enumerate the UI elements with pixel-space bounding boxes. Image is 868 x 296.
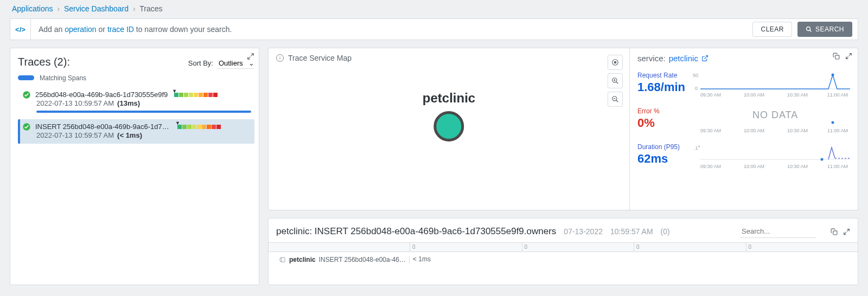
code-icon: </> — [10, 19, 31, 40]
svg-text:NO DATA: NO DATA — [752, 110, 798, 120]
svg-text:0: 0 — [695, 86, 698, 91]
copy-icon[interactable] — [833, 53, 840, 60]
stat-value: 62ms — [637, 152, 688, 166]
clear-button[interactable]: CLEAR — [752, 22, 792, 37]
svg-point-32 — [821, 158, 824, 161]
service-map[interactable]: i Trace Service Map petclinic — [269, 48, 630, 210]
svg-point-0 — [806, 27, 810, 31]
search-bar: </> Add an operation or trace ID to narr… — [10, 18, 858, 40]
svg-rect-37 — [833, 230, 837, 234]
duration-chart[interactable]: .1s 09:30 AM 10:00 AM 10:30 AM 11:00 AM — [693, 143, 850, 170]
hint-operation-link[interactable]: operation — [65, 25, 96, 34]
svg-text:10:00 AM: 10:00 AM — [744, 128, 764, 133]
breadcrumb-sep: › — [133, 4, 136, 13]
trace-sparkline: ▼ — [177, 125, 221, 129]
sort-by-label: Sort By: — [188, 59, 213, 67]
svg-text:10:00 AM: 10:00 AM — [744, 164, 764, 169]
check-circle-icon — [22, 91, 31, 99]
svg-text:09:30 AM: 09:30 AM — [700, 92, 721, 98]
hint-text: to narrow down your search. — [134, 25, 232, 34]
stats-service-name[interactable]: petclinic — [669, 54, 698, 63]
svg-rect-39 — [280, 259, 282, 261]
svg-text:10:00 AM: 10:00 AM — [744, 92, 764, 98]
span-duration: < 1ms — [413, 255, 431, 263]
external-link-icon[interactable] — [701, 55, 709, 62]
svg-rect-13 — [835, 55, 839, 59]
recenter-button[interactable] — [608, 55, 623, 70]
svg-text:10:30 AM: 10:30 AM — [787, 92, 808, 98]
svg-text:10:30 AM: 10:30 AM — [787, 128, 808, 133]
hint-text: Add an — [39, 25, 65, 34]
info-icon[interactable]: i — [276, 54, 284, 62]
svg-text:09:30 AM: 09:30 AM — [700, 128, 721, 133]
check-circle-icon — [22, 123, 31, 131]
timeline-count: (0) — [661, 227, 670, 236]
stat-caption: Request Rate — [637, 72, 688, 79]
trace-item[interactable]: 256bd048-e00a-469b-9ac6-1d730555e9f9 ▼ 2… — [18, 87, 254, 117]
span-icon — [279, 256, 286, 263]
zoom-in-button[interactable] — [608, 73, 623, 88]
stat-value: 0% — [637, 116, 688, 130]
search-button-label: SEARCH — [815, 25, 844, 33]
svg-text:11:00 AM: 11:00 AM — [827, 164, 848, 169]
service-node-label: petclinic — [423, 91, 475, 106]
timeline-time: 10:59:57 AM — [610, 227, 653, 236]
search-button[interactable]: SEARCH — [797, 22, 852, 37]
trace-id: 256bd048-e00a-469b-9ac6-1d730555e9f9 — [35, 91, 168, 99]
svg-text:11:00 AM: 11:00 AM — [827, 128, 848, 133]
stat-caption: Error % — [637, 107, 688, 115]
breadcrumb-sep: › — [57, 4, 60, 13]
timeline-search-input[interactable] — [741, 225, 816, 238]
timeline-date: 07-13-2022 — [564, 227, 603, 236]
copy-icon[interactable] — [831, 228, 838, 235]
hint-traceid-link[interactable]: trace ID — [107, 25, 134, 34]
breadcrumb-link-applications[interactable]: Applications — [12, 4, 53, 13]
zoom-out-button[interactable] — [608, 92, 623, 107]
service-node[interactable] — [433, 111, 464, 141]
timeline-ruler: 0 0 0 0 — [269, 242, 858, 252]
legend-label: Matching Spans — [40, 74, 86, 82]
svg-text:50: 50 — [693, 73, 698, 78]
svg-text:09:30 AM: 09:30 AM — [700, 164, 721, 169]
search-hint[interactable]: Add an operation or trace ID to narrow d… — [31, 25, 747, 34]
trace-duration: (13ms) — [117, 99, 140, 107]
svg-text:11:00 AM: 11:00 AM — [827, 92, 848, 98]
trace-sparkline: ▼ — [174, 93, 218, 97]
traces-title: Traces (2): — [18, 56, 70, 68]
traces-panel: Traces (2): Sort By: Outliers ⌄ Matching… — [10, 48, 259, 285]
error-pct-chart[interactable]: NO DATA 09:30 AM 10:00 AM 10:30 AM 11:00… — [693, 107, 850, 134]
timeline-title: petclinic: INSERT 256bd048-e00a-469b-9ac… — [276, 226, 556, 237]
svg-line-9 — [616, 82, 618, 84]
breadcrumb-link-service-dashboard[interactable]: Service Dashboard — [64, 4, 129, 13]
trace-timestamp: 2022-07-13 10:59:57 AM — [36, 99, 114, 107]
stat-value: 1.68/min — [637, 80, 688, 94]
search-icon — [806, 26, 812, 33]
sort-by: Sort By: Outliers ⌄ — [188, 58, 254, 69]
svg-text:s: s — [698, 144, 700, 148]
request-rate-chart[interactable]: 50 0 09:30 AM 10:00 AM 10:30 AM 11:00 AM — [693, 72, 850, 99]
svg-line-1 — [809, 30, 811, 32]
legend: Matching Spans — [18, 74, 254, 82]
expand-icon[interactable] — [843, 228, 850, 235]
timeline-span-row[interactable]: petclinic INSERT 256bd048-e00a-46… < 1ms — [269, 252, 858, 267]
expand-icon[interactable] — [247, 53, 254, 60]
expand-icon[interactable] — [845, 53, 852, 60]
service-map-panel: i Trace Service Map petclinic — [268, 48, 858, 210]
svg-point-17 — [832, 74, 834, 76]
breadcrumb: Applications › Service Dashboard › Trace… — [0, 0, 868, 16]
stat-caption: Duration (P95) — [637, 143, 688, 151]
stats-service-label: service: — [637, 54, 666, 63]
service-map-title: Trace Service Map — [288, 54, 352, 62]
span-operation: INSERT 256bd048-e00a-46… — [319, 256, 406, 263]
trace-timestamp: 2022-07-13 10:59:57 AM — [36, 131, 114, 139]
trace-item[interactable]: INSERT 256bd048-e00a-469b-9ac6-1d730… ▼ … — [18, 119, 254, 144]
trace-bar — [36, 111, 251, 113]
svg-text:.1: .1 — [694, 145, 698, 151]
svg-text:10:30 AM: 10:30 AM — [787, 164, 808, 169]
svg-point-4 — [614, 61, 616, 63]
span-service: petclinic — [289, 256, 316, 263]
svg-line-12 — [616, 100, 618, 102]
svg-point-23 — [832, 121, 834, 124]
trace-duration: (< 1ms) — [117, 131, 142, 139]
timeline-panel: petclinic: INSERT 256bd048-e00a-469b-9ac… — [268, 218, 858, 285]
